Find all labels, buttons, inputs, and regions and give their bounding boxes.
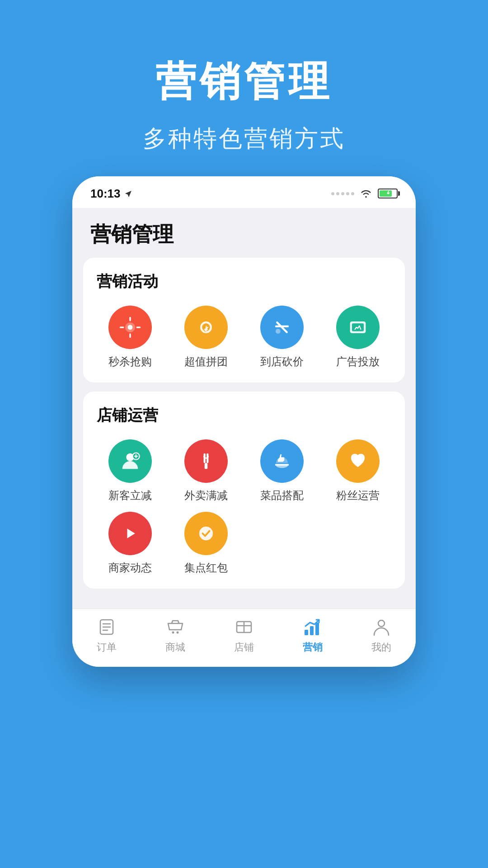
- nav-store[interactable]: 店铺: [217, 617, 271, 654]
- stamp-red-envelope-icon: [194, 522, 218, 545]
- nav-mine[interactable]: 我的: [354, 617, 408, 654]
- svg-rect-8: [352, 323, 364, 331]
- flash-sale-icon-bg: [108, 306, 152, 349]
- fan-ops-label: 粉丝运营: [336, 488, 380, 503]
- dish-combo-item[interactable]: 菜品搭配: [249, 439, 315, 503]
- group-buy-icon-bg: [184, 306, 228, 349]
- dish-combo-icon-bg: [260, 439, 304, 483]
- store-operations-card: 店铺运营 新客立减: [83, 392, 405, 589]
- fan-ops-icon-bg: [336, 439, 380, 483]
- battery-icon: [378, 189, 398, 198]
- empty-cell-1: [249, 512, 315, 575]
- new-customer-label: 新客立减: [108, 488, 152, 503]
- ad-placement-label: 广告投放: [336, 354, 380, 369]
- delivery-discount-label: 外卖满减: [184, 488, 228, 503]
- fan-ops-item[interactable]: 粉丝运营: [324, 439, 391, 503]
- dish-combo-label: 菜品搭配: [260, 488, 304, 503]
- group-buy-icon: [194, 316, 218, 339]
- stamp-red-envelope-label: 集点红包: [184, 561, 228, 575]
- store-icon-grid-row1: 新客立减 外卖满减: [97, 439, 391, 503]
- marketing-label: 营销: [303, 641, 323, 654]
- nav-orders[interactable]: 订单: [80, 617, 134, 654]
- in-store-cut-label: 到店砍价: [260, 354, 304, 369]
- orders-icon: [97, 617, 117, 637]
- svg-point-3: [200, 321, 212, 333]
- delivery-discount-icon: [194, 449, 218, 473]
- store-section-title: 店铺运营: [97, 405, 391, 426]
- status-time: 10:13: [90, 187, 133, 201]
- in-store-cut-item[interactable]: 到店砍价: [249, 306, 315, 369]
- svg-rect-26: [305, 630, 308, 635]
- svg-rect-13: [205, 463, 208, 469]
- in-store-cut-icon-bg: [260, 306, 304, 349]
- wifi-icon: [360, 189, 372, 198]
- in-store-cut-icon: [270, 316, 294, 339]
- signal-dots: [331, 192, 354, 195]
- delivery-discount-item[interactable]: 外卖满减: [173, 439, 239, 503]
- page-header: 营销管理: [72, 208, 416, 258]
- location-arrow-icon: [124, 189, 133, 198]
- phone-mockup: 10:13: [72, 176, 416, 667]
- new-customer-icon-bg: [108, 439, 152, 483]
- flash-sale-item[interactable]: 秒杀抢购: [97, 306, 164, 369]
- merchant-news-label: 商家动态: [108, 561, 152, 575]
- svg-rect-28: [315, 623, 319, 635]
- store-icon-grid-row2: 商家动态 集点红包: [97, 512, 391, 575]
- group-buy-item[interactable]: 超值拼团: [173, 306, 239, 369]
- store-label: 店铺: [234, 641, 254, 654]
- hero-title: 营销管理: [0, 54, 488, 109]
- marketing-icon-grid: 秒杀抢购 超值拼团: [97, 306, 391, 369]
- shop-label: 商城: [165, 641, 185, 654]
- group-buy-label: 超值拼团: [184, 354, 228, 369]
- page-title: 营销管理: [90, 221, 398, 249]
- ad-placement-icon: [346, 316, 370, 339]
- stamp-red-envelope-item[interactable]: 集点红包: [173, 512, 239, 575]
- mine-icon: [371, 617, 391, 637]
- stamp-red-envelope-icon-bg: [184, 512, 228, 555]
- svg-point-21: [172, 632, 174, 634]
- delivery-discount-icon-bg: [184, 439, 228, 483]
- merchant-news-icon: [118, 522, 142, 545]
- content-area: 营销活动 秒杀抢购: [72, 258, 416, 609]
- status-bar: 10:13: [72, 176, 416, 208]
- marketing-section-title: 营销活动: [97, 271, 391, 292]
- status-icons: [331, 189, 398, 198]
- nav-marketing[interactable]: 营销: [286, 617, 340, 654]
- flash-sale-label: 秒杀抢购: [108, 354, 152, 369]
- svg-point-29: [378, 620, 385, 627]
- marketing-activities-card: 营销活动 秒杀抢购: [83, 258, 405, 382]
- svg-point-6: [276, 329, 281, 334]
- bottom-nav: 订单 商城 店铺: [72, 609, 416, 667]
- new-customer-item[interactable]: 新客立减: [97, 439, 164, 503]
- svg-rect-14: [275, 464, 289, 466]
- svg-point-22: [177, 632, 179, 634]
- shop-icon: [165, 617, 185, 637]
- hero-subtitle: 多种特色营销方式: [0, 123, 488, 155]
- empty-cell-2: [324, 512, 391, 575]
- merchant-news-item[interactable]: 商家动态: [97, 512, 164, 575]
- svg-rect-27: [310, 626, 314, 635]
- svg-point-16: [199, 527, 213, 540]
- dish-combo-icon: [270, 449, 294, 473]
- marketing-icon: [303, 617, 323, 637]
- hero-section: 营销管理 多种特色营销方式: [0, 54, 488, 155]
- nav-shop[interactable]: 商城: [148, 617, 202, 654]
- ad-placement-item[interactable]: 广告投放: [324, 306, 391, 369]
- new-customer-icon: [118, 449, 142, 473]
- fan-ops-icon: [346, 449, 370, 473]
- orders-label: 订单: [97, 641, 117, 654]
- merchant-news-icon-bg: [108, 512, 152, 555]
- flash-sale-icon: [118, 316, 142, 339]
- mine-label: 我的: [371, 641, 391, 654]
- svg-point-2: [128, 325, 133, 330]
- store-icon: [234, 617, 254, 637]
- charging-icon: [384, 190, 392, 197]
- ad-placement-icon-bg: [336, 306, 380, 349]
